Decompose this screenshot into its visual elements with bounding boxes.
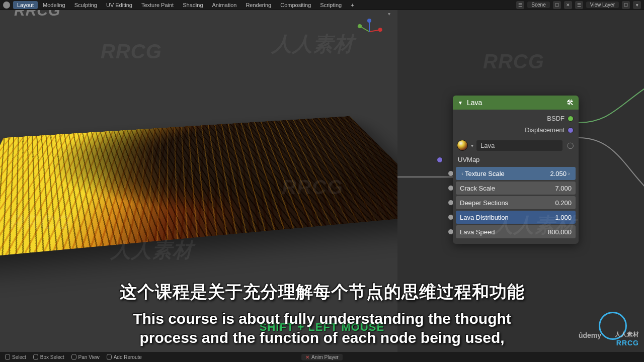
socket-displacement-icon[interactable] [568, 127, 574, 133]
workspace-tab-rendering[interactable]: Rendering [242, 1, 275, 9]
node-options-icon[interactable]: 🛠 [567, 99, 574, 107]
lava-node-group[interactable]: ▼ Lava 🛠 BSDF Displacement ▾ Lava ◯ [453, 96, 579, 244]
output-displacement-label: Displacement [525, 126, 565, 134]
param-crack-scale-value: 7.000 [555, 185, 572, 192]
node-header[interactable]: ▼ Lava 🛠 [453, 96, 579, 110]
param-lava-speed-value: 800.000 [548, 228, 572, 236]
workspace-tab-compositing[interactable]: Compositing [276, 1, 315, 9]
scene-field[interactable]: Scene [527, 2, 549, 8]
socket-texture-scale-icon[interactable] [448, 170, 454, 176]
output-displacement[interactable]: Displacement [458, 124, 574, 136]
top-menu-bar: Layout Modeling Sculpting UV Editing Tex… [0, 0, 644, 10]
subtitle-chinese: 这个课程是关于充分理解每个节点的思维过程和功能 [0, 281, 644, 304]
viewlayer-label: View Layer [590, 2, 615, 8]
status-bar: Select Box Select Pan View Add Reroute ✕… [0, 352, 644, 362]
anim-player-button[interactable]: ✕Anim Player [301, 354, 343, 360]
status-select: Select [5, 354, 26, 360]
socket-bsdf-icon[interactable] [568, 116, 574, 122]
param-lava-distribution-value: 1.000 [555, 214, 572, 221]
workspace-tab-texture-paint[interactable]: Texture Paint [137, 1, 178, 9]
material-name[interactable]: Lava [476, 140, 562, 151]
socket-uvmap-icon[interactable] [437, 157, 443, 163]
mouse-right-icon [107, 354, 112, 360]
mouse-left-icon [5, 354, 10, 360]
material-selector[interactable]: ▾ Lava ◯ [453, 137, 579, 154]
param-lava-speed[interactable]: Lava Speed 800.000 [456, 225, 576, 238]
navigation-gizmo[interactable] [357, 19, 381, 43]
input-uvmap-label: UVMap [458, 156, 479, 163]
param-texture-scale-value: 2.050 [550, 170, 567, 177]
socket-lava-distribution-icon[interactable] [448, 214, 454, 220]
new-scene-button[interactable]: ☐ [553, 1, 561, 9]
param-deeper-sections-value: 0.200 [555, 199, 572, 207]
workspace-tab-shading[interactable]: Shading [179, 1, 207, 9]
viewlayer-field[interactable]: View Layer [586, 2, 619, 8]
param-deeper-sections[interactable]: Deeper Sections 0.200 [456, 196, 576, 209]
add-workspace-button[interactable]: + [347, 1, 358, 9]
subtitle-english: This course is about fully understanding… [0, 309, 644, 347]
workspace-tab-uv-editing[interactable]: UV Editing [102, 1, 136, 9]
mouse-middle-icon [71, 354, 76, 360]
delete-scene-button[interactable]: ✕ [564, 1, 572, 9]
viewlayer-browser-icon[interactable]: ☰ [575, 1, 583, 9]
workspace-tab-modeling[interactable]: Modeling [39, 1, 69, 9]
viewport-dropdown-icon[interactable]: ▾ [388, 11, 390, 17]
workspace-tab-animation[interactable]: Animation [208, 1, 241, 9]
lava-plane-mesh [0, 116, 397, 260]
param-crack-scale-label: Crack Scale [460, 185, 555, 192]
status-pan-view: Pan View [71, 354, 100, 360]
param-texture-scale[interactable]: ‹ Texture Scale 2.050 › [456, 167, 576, 180]
workspace-tab-scripting[interactable]: Scripting [316, 1, 346, 9]
status-add-reroute: Add Reroute [107, 354, 142, 360]
node-title: Lava [467, 99, 482, 107]
material-dropdown-icon[interactable]: ▾ [471, 143, 473, 148]
filter-button[interactable]: ▾ [633, 1, 641, 9]
axis-z-icon[interactable] [369, 21, 370, 32]
socket-lava-speed-icon[interactable] [448, 229, 454, 235]
new-viewlayer-button[interactable]: ☐ [622, 1, 630, 9]
socket-deeper-sections-icon[interactable] [448, 200, 454, 206]
param-crack-scale[interactable]: Crack Scale 7.000 [456, 182, 576, 195]
output-bsdf-label: BSDF [547, 115, 565, 122]
scene-label: Scene [531, 2, 545, 8]
output-bsdf[interactable]: BSDF [458, 113, 574, 124]
param-lava-distribution-label: Lava Distribution [460, 214, 555, 221]
socket-crack-scale-icon[interactable] [448, 185, 454, 191]
workspace-tab-layout[interactable]: Layout [13, 1, 38, 9]
axis-x-icon[interactable] [369, 29, 380, 32]
param-texture-scale-label: Texture Scale [465, 170, 550, 177]
input-uvmap[interactable]: UVMap [453, 154, 579, 165]
scene-browser-icon[interactable]: ☰ [516, 1, 524, 9]
mouse-left-icon [33, 354, 38, 360]
fake-user-icon[interactable]: ◯ [566, 141, 575, 150]
param-deeper-sections-label: Deeper Sections [460, 199, 555, 207]
decrease-arrow-icon[interactable]: ‹ [460, 171, 465, 176]
param-lava-distribution[interactable]: Lava Distribution 1.000 [456, 211, 576, 224]
axis-y-icon[interactable] [359, 26, 369, 32]
param-lava-speed-label: Lava Speed [460, 228, 548, 236]
material-preview-icon[interactable] [457, 140, 468, 151]
close-icon[interactable]: ✕ [305, 354, 309, 360]
workspace-tab-sculpting[interactable]: Sculpting [70, 1, 101, 9]
collapse-triangle-icon[interactable]: ▼ [458, 100, 463, 106]
increase-arrow-icon[interactable]: › [567, 171, 572, 176]
status-box-select: Box Select [33, 354, 64, 360]
blender-logo-icon[interactable] [3, 2, 10, 9]
